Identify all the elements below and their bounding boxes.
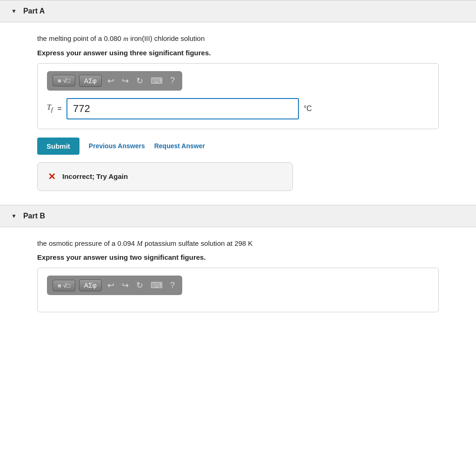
part-a-action-row: Submit Previous Answers Request Answer <box>37 138 439 155</box>
part-a-toolbar: ■ √□ ΑΣφ ↩ ↪ ↻ ⌨ ? <box>47 71 182 91</box>
redo-icon[interactable]: ↪ <box>120 75 131 87</box>
feedback-box: ✕ Incorrect; Try Again <box>37 162 293 191</box>
part-a-express: Express your answer using three signific… <box>37 49 439 57</box>
part-b-keyboard-icon[interactable]: ⌨ <box>149 279 165 291</box>
feedback-text: Incorrect; Try Again <box>62 172 128 180</box>
keyboard-icon[interactable]: ⌨ <box>149 75 165 87</box>
refresh-icon[interactable]: ↻ <box>134 75 145 87</box>
part-a-chevron[interactable]: ▼ <box>11 8 17 14</box>
undo-icon[interactable]: ↩ <box>106 75 116 87</box>
part-a-question: the melting point of a 0.080 m iron(III)… <box>37 33 439 44</box>
math-m-symbol: m <box>123 35 128 42</box>
part-b-express: Express your answer using two significan… <box>37 253 439 261</box>
part-b-title: Part B <box>23 212 45 220</box>
part-b-toolbar: ■ √□ ΑΣφ ↩ ↪ ↻ ⌨ ? <box>47 276 182 295</box>
part-b-question: the osmotic pressure of a 0.094 M potass… <box>37 238 439 249</box>
part-b-undo-icon[interactable]: ↩ <box>106 279 116 291</box>
incorrect-icon: ✕ <box>48 171 56 182</box>
part-b-chevron[interactable]: ▼ <box>11 213 17 219</box>
part-b-redo-icon[interactable]: ↪ <box>120 279 131 291</box>
part-b-sqrt-icon: √□ <box>63 282 70 289</box>
part-b-header: ▼ Part B <box>0 205 476 227</box>
part-b-refresh-icon[interactable]: ↻ <box>134 279 145 291</box>
part-a-input-label: Tf <box>47 103 53 113</box>
greek-symbols-button[interactable]: ΑΣφ <box>79 75 102 87</box>
part-b-math-template-button[interactable]: ■ √□ <box>53 280 75 291</box>
part-b-answer-box: ■ √□ ΑΣφ ↩ ↪ ↻ ⌨ ? <box>37 268 439 312</box>
help-icon[interactable]: ? <box>168 75 177 86</box>
equals-sign: = <box>58 105 62 113</box>
part-b-body: the osmotic pressure of a 0.094 M potass… <box>0 227 476 335</box>
part-a-body: the melting point of a 0.080 m iron(III)… <box>0 22 476 205</box>
submit-button[interactable]: Submit <box>37 138 79 155</box>
part-b-greek-symbols-button[interactable]: ΑΣφ <box>79 279 102 291</box>
part-a-title: Part A <box>23 7 45 15</box>
part-a-header: ▼ Part A <box>0 0 476 22</box>
request-answer-link[interactable]: Request Answer <box>154 142 205 150</box>
part-a-answer-input[interactable] <box>66 98 299 119</box>
part-a-unit: °C <box>304 105 312 113</box>
math-template-button[interactable]: ■ √□ <box>53 75 75 86</box>
part-b-help-icon[interactable]: ? <box>168 280 177 291</box>
part-a-input-row: Tf = °C <box>47 98 429 119</box>
sqrt-icon: √□ <box>63 77 70 84</box>
previous-answers-link[interactable]: Previous Answers <box>89 142 145 150</box>
part-a-answer-box: ■ √□ ΑΣφ ↩ ↪ ↻ ⌨ ? Tf = °C <box>37 63 439 129</box>
math-M-symbol: M <box>137 240 143 247</box>
